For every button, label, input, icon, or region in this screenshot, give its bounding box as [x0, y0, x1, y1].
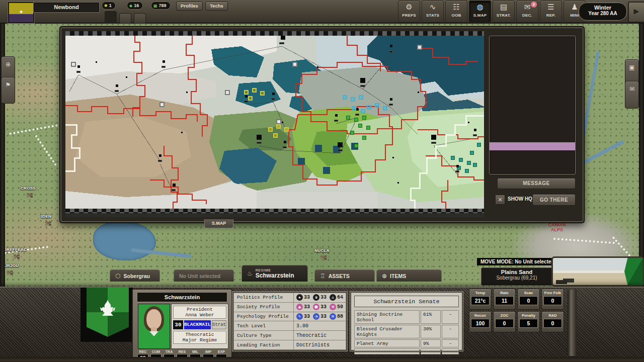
senate-row	[354, 348, 459, 351]
senate-row: Blessed Crusader Knights 30% -	[354, 325, 459, 338]
senate-title: Schwarzstein Senate	[354, 296, 459, 307]
hex-location: Sobergrau (69,21)	[481, 275, 552, 281]
faction-name-plate: Newbond	[33, 2, 100, 13]
regime-list-item[interactable]	[490, 38, 575, 46]
senate-row: Planet Army 9% -	[354, 339, 459, 347]
tools-icon: ⚒	[330, 304, 336, 310]
strat-button[interactable]: Strat	[212, 320, 226, 329]
techs-button[interactable]: Techs	[205, 2, 228, 11]
menu-button[interactable]: ◍ S.MAP	[469, 1, 491, 23]
terrain-preview	[551, 256, 644, 287]
regime-list-item[interactable]	[490, 126, 575, 134]
posture-row: REC 99 COM - TRA - RES - MIL - IMP -	[137, 350, 228, 361]
zone-flag-icon	[624, 258, 642, 285]
machinery-pipe	[568, 290, 577, 356]
view-tab[interactable]	[119, 13, 131, 23]
profiles-button[interactable]: Profiles	[176, 2, 203, 11]
regime-profile-table: Politics Profile ★33 ♛33 ⌂64 Society Pro…	[232, 292, 347, 351]
hex-stat: Scav 0	[517, 289, 540, 310]
relation-value: 30	[173, 320, 183, 329]
bottom-tab[interactable]: ♖ ASSETS	[314, 269, 375, 282]
portrait-face	[146, 309, 162, 329]
regime-list-item[interactable]	[490, 78, 575, 86]
regime-list-item[interactable]	[490, 46, 575, 54]
resource-credits[interactable]: ▦789	[151, 2, 171, 10]
hex-stat: RAD 0	[541, 311, 564, 332]
hex-terrain-info: Plains Sand Sobergrau (69,21)	[481, 267, 552, 286]
posture-cell[interactable]: MIL -	[189, 350, 201, 361]
resource-fate-points[interactable]: ◆16	[127, 2, 143, 10]
posture-cell[interactable]: TRA -	[163, 350, 175, 361]
senate-panel: Schwarzstein Senate Shining Doctrine Sch…	[350, 292, 463, 351]
panel-tab[interactable]	[491, 27, 495, 29]
regime-list-item[interactable]	[490, 134, 575, 142]
top-bar: ✦ Newbond ✱1 ◆16 ▦789 Profiles Techs ⚙ P…	[0, 0, 644, 24]
bottom-tab[interactable]: ⬡ Sobergrau	[110, 269, 160, 282]
right-frame	[639, 23, 644, 287]
regime-list-item[interactable]	[490, 94, 575, 102]
go-there-button[interactable]: GO THERE	[532, 194, 576, 206]
regime-list-item[interactable]	[490, 118, 575, 126]
leader-portrait[interactable]	[138, 304, 170, 349]
blackmail-button[interactable]: BLACKMAIL	[184, 320, 211, 329]
regime-list	[489, 36, 576, 174]
menu-button-icon: ∿	[422, 1, 443, 13]
strategic-map[interactable]	[65, 31, 484, 217]
panel-tab[interactable]	[501, 27, 505, 29]
leader-name: Anna Weber	[185, 312, 214, 318]
menu-button[interactable]: ☷ OOB	[445, 1, 467, 23]
resource-political-points[interactable]: ✱1	[102, 2, 116, 10]
side-tab-structures-icon[interactable]: ⚑	[1, 77, 15, 104]
leader-info: President Anna Weber 30 BLACKMAIL Strat …	[171, 304, 228, 349]
view-tabs	[105, 11, 146, 23]
regime-list-item[interactable]	[490, 54, 575, 62]
regime-list-item[interactable]	[490, 102, 575, 110]
regime-list-item[interactable]	[490, 110, 575, 118]
flag-emblem-icon: ✦	[19, 9, 24, 16]
bottom-tab[interactable]: No Unit selected	[174, 269, 234, 282]
menu-button[interactable]: ✉ DEC. 2	[516, 1, 538, 23]
crown-icon: ♛	[313, 294, 319, 301]
side-tab-units-icon[interactable]: ✉	[625, 81, 639, 109]
posture-cell[interactable]: IMP -	[202, 350, 214, 361]
bottom-tab[interactable]: ⊕ ITEMS	[376, 269, 442, 282]
terrain-layer	[65, 36, 484, 209]
hex-stat: Free Folk 0	[541, 289, 564, 310]
table-row: Culture Type Theocratic	[234, 331, 346, 340]
leader-name-box: President Anna Weber	[173, 306, 226, 319]
bottom-tab-icon: ♨	[247, 270, 253, 277]
posture-cell[interactable]: RES -	[176, 350, 188, 361]
people-icon: ☻	[313, 304, 319, 310]
view-tab[interactable]	[105, 11, 117, 23]
senate-row: Shining Doctrine School 61% -	[354, 310, 459, 324]
regime-list-item[interactable]	[490, 70, 575, 78]
menu-button[interactable]: ⚙ PREFS	[398, 1, 420, 23]
end-turn-button[interactable]: ▶	[628, 2, 644, 23]
government-box: Theocratic Major Regime	[173, 331, 226, 344]
eye-icon: ◉	[296, 304, 303, 310]
message-button[interactable]: MESSAGE	[497, 178, 576, 189]
bottom-tab[interactable]: ♨ REGIMESchwarzstein	[242, 265, 308, 282]
hex-stat: Temp 21°c	[469, 289, 492, 310]
regime-list-item[interactable]	[490, 142, 575, 150]
menu-button[interactable]: ∿ STATS	[422, 1, 444, 23]
senate-row	[354, 352, 459, 354]
view-tab[interactable]	[134, 13, 146, 23]
move-mode-status: MOVE MODE: No Unit selected	[477, 258, 558, 265]
regime-list-item[interactable]	[490, 86, 575, 94]
show-hq-label: SHOW HQ	[508, 196, 532, 202]
menu-button-icon: ▤	[493, 1, 514, 13]
menu-button[interactable]: ▤ STRAT.	[493, 1, 515, 23]
faction-flag[interactable]: ✦	[8, 2, 34, 23]
regime-list-item[interactable]	[490, 150, 575, 158]
show-hq-checkbox[interactable]: ✕	[495, 195, 505, 205]
posture-cell[interactable]: EXP -	[215, 350, 227, 361]
posture-cell[interactable]: REC 99	[137, 350, 149, 361]
smap-panel-tab[interactable]: S.MAP	[204, 219, 233, 228]
menu-button[interactable]: ☰ REP.	[540, 1, 562, 23]
regime-list-item[interactable]	[490, 62, 575, 70]
table-row: Society Profile ◉33 ☻33 ⚒50	[234, 303, 346, 312]
bottom-tab-icon: ⊕	[382, 273, 387, 280]
regime-title: Schwarzstein	[137, 292, 227, 302]
posture-cell[interactable]: COM -	[150, 350, 162, 361]
